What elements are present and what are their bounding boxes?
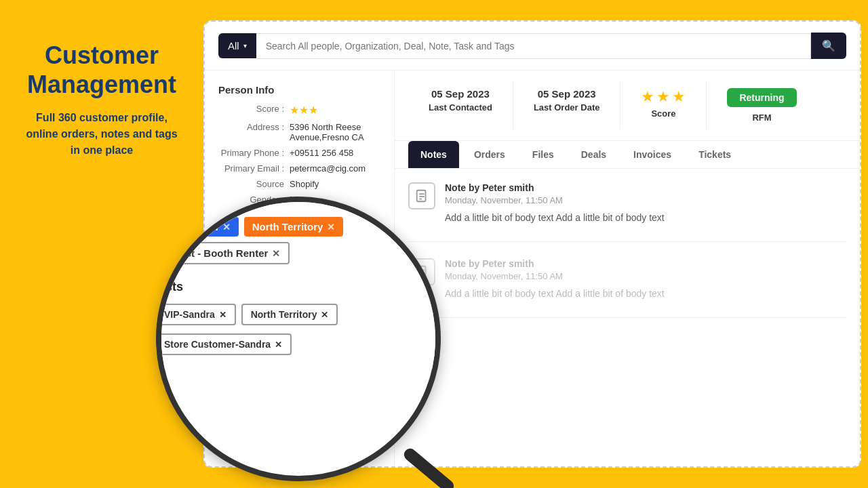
lists-section-header: Lists +: [156, 278, 441, 296]
tab-tickets[interactable]: Tickets: [686, 141, 743, 168]
list-vip-sandra[interactable]: VIP-Sandra ✕: [156, 304, 236, 325]
app-title: Customer Management: [27, 41, 176, 99]
tabs-row: Notes Orders Files Deals Invoices Ticket…: [395, 141, 860, 169]
score-stat-stars: ★ ★ ★: [641, 88, 686, 106]
source-row: Source Shopify: [218, 179, 380, 189]
search-dropdown-label: All: [228, 40, 239, 52]
magnifier: Tags + Peter smith ✕ North Territory ✕ S…: [156, 197, 441, 481]
last-contacted-stat: 05 Sep 2023 Last Contacted: [408, 81, 513, 129]
magnifier-content: Tags + Peter smith ✕ North Territory ✕ S…: [156, 197, 441, 369]
search-dropdown[interactable]: All ▾: [218, 33, 256, 58]
score-label: Score :: [218, 104, 290, 114]
chevron-down-icon: ▾: [243, 42, 247, 49]
score-stat: ★ ★ ★ Score: [620, 81, 707, 129]
note-content: Note by Peter smith Monday, November, 11…: [445, 182, 665, 225]
phone-value: +09511 256 458: [290, 148, 380, 158]
source-label: Source: [218, 179, 290, 189]
rfm-badge: Returning: [727, 88, 796, 107]
tab-deals[interactable]: Deals: [569, 141, 618, 168]
notes-list: Note by Peter smith Monday, November, 11…: [395, 169, 860, 468]
note-time: Monday, November, 11:50 AM: [445, 195, 665, 205]
list-north-territory[interactable]: North Territory ✕: [241, 304, 338, 325]
source-value: Shopify: [290, 179, 380, 189]
remove-list-icon[interactable]: ✕: [321, 310, 328, 320]
phone-label: Primary Phone :: [218, 148, 290, 158]
address-value: 5396 North Reese Avenue,Fresno CA: [290, 122, 380, 142]
app-subtitle: Full 360 customer profile, online orders…: [20, 110, 183, 159]
remove-list-icon[interactable]: ✕: [219, 310, 226, 320]
tag-north-territory[interactable]: North Territory ✕: [244, 217, 344, 237]
remove-tag-icon[interactable]: ✕: [327, 222, 335, 232]
note-time: Monday, November, 11:50 AM: [445, 271, 665, 281]
last-order-label: Last Order Date: [534, 102, 600, 113]
last-order-date: 05 Sep 2023: [534, 88, 600, 100]
rfm-stat: Returning RFM: [707, 81, 816, 129]
address-label: Address :: [218, 122, 290, 132]
list-label: North Territory: [251, 309, 317, 320]
tab-notes[interactable]: Notes: [408, 141, 459, 168]
search-button[interactable]: 🔍: [811, 33, 846, 59]
email-row: Primary Email : petermca@cig.com: [218, 163, 380, 174]
remove-tag-icon[interactable]: ✕: [272, 248, 280, 259]
score-row: Score : ★★★: [218, 104, 380, 117]
tag-stylist-booth-renter[interactable]: Stylist - Booth Renter ✕: [156, 242, 290, 264]
last-order-stat: 05 Sep 2023 Last Order Date: [513, 81, 621, 129]
tags-area: Peter smith ✕ North Territory ✕ Stylist …: [156, 217, 441, 264]
note-text: Add a little bit of body text Add a litt…: [445, 211, 665, 225]
remove-list-icon[interactable]: ✕: [275, 340, 282, 350]
note-item: Note by Peter smith Monday, November, 11…: [408, 258, 846, 318]
email-value: petermca@cig.com: [290, 163, 380, 174]
score-stars: ★★★: [290, 104, 380, 117]
note-item: Note by Peter smith Monday, November, 11…: [408, 182, 846, 242]
stats-row: 05 Sep 2023 Last Contacted 05 Sep 2023 L…: [395, 70, 860, 141]
last-contacted-date: 05 Sep 2023: [429, 88, 492, 100]
search-icon: 🔍: [822, 40, 835, 52]
tag-label: Stylist - Booth Renter: [164, 247, 268, 259]
remove-tag-icon[interactable]: ✕: [222, 222, 231, 232]
note-text: Add a little bit of body text Add a litt…: [445, 287, 665, 301]
email-label: Primary Email :: [218, 163, 290, 174]
rfm-label: RFM: [727, 113, 796, 123]
tag-peter-smith[interactable]: Peter smith ✕: [156, 217, 239, 237]
note-author: Note by Peter smith: [445, 182, 665, 193]
person-info-title: Person Info: [218, 84, 380, 96]
last-contacted-label: Last Contacted: [429, 102, 492, 113]
tab-invoices[interactable]: Invoices: [621, 141, 684, 168]
tab-orders[interactable]: Orders: [462, 141, 517, 168]
list-label: VIP-Sandra: [164, 309, 215, 320]
list-label: Store Customer-Sandra: [164, 339, 271, 350]
search-input[interactable]: [256, 33, 811, 59]
score-stat-label: Score: [641, 108, 686, 119]
phone-row: Primary Phone : +09511 256 458: [218, 148, 380, 158]
note-content: Note by Peter smith Monday, November, 11…: [445, 258, 665, 301]
right-panel: 05 Sep 2023 Last Contacted 05 Sep 2023 L…: [395, 70, 860, 468]
tab-files[interactable]: Files: [520, 141, 566, 168]
address-row: Address : 5396 North Reese Avenue,Fresno…: [218, 122, 380, 142]
tag-label: North Territory: [252, 221, 323, 232]
list-store-customer-sandra[interactable]: Store Customer-Sandra ✕: [156, 333, 292, 355]
lists-area: VIP-Sandra ✕ North Territory ✕ Store Cus…: [156, 304, 441, 355]
tag-label: Peter smith: [163, 221, 218, 232]
search-bar: All ▾ 🔍: [205, 22, 860, 70]
note-author: Note by Peter smith: [445, 258, 665, 269]
